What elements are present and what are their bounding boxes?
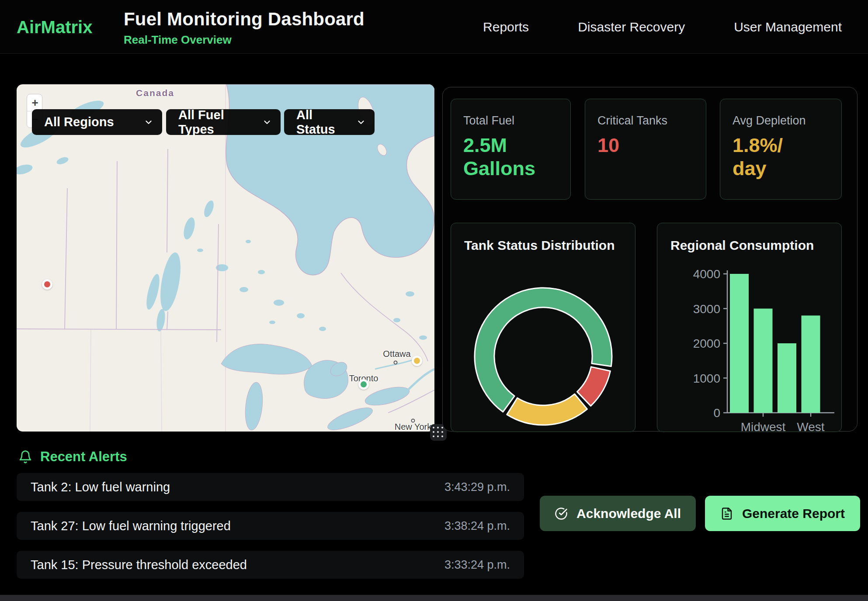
stat-card-avg-depletion: Avg Depletion 1.8%/ day [720, 99, 842, 200]
check-circle-icon [555, 507, 568, 520]
chart-title: Regional Consumption [670, 238, 814, 253]
page-title: Fuel Monitoring Dashboard [124, 9, 365, 30]
stat-label: Avg Depletion [733, 114, 829, 128]
alert-time: 3:38:24 p.m. [444, 519, 510, 533]
page-subtitle: Real-Time Overview [124, 33, 365, 47]
alert-time: 3:33:24 p.m. [444, 558, 510, 572]
acknowledge-all-button[interactable]: Acknowledge All [540, 496, 696, 531]
svg-text:1000: 1000 [693, 372, 720, 385]
map-marker-warning[interactable] [412, 356, 422, 366]
map-label-ottawa: Ottawa [383, 349, 410, 359]
svg-text:3000: 3000 [693, 302, 720, 316]
alert-row[interactable]: Tank 2: Low fuel warning 3:43:29 p.m. [17, 473, 524, 501]
generate-report-button[interactable]: Generate Report [705, 496, 860, 531]
regional-consumption-chart-card: 01000200030004000MidwestWest Regional Co… [657, 223, 842, 432]
map-label-canada: Canada [136, 88, 174, 98]
stat-value-0: 2.5M Gallons [463, 134, 558, 180]
filter-regions-select[interactable]: All Regions [32, 109, 162, 135]
chevron-down-icon [262, 117, 272, 127]
svg-text:Midwest: Midwest [741, 420, 786, 432]
stat-card-critical-tanks: Critical Tanks 10 [585, 99, 706, 200]
nav-disaster-recovery[interactable]: Disaster Recovery [578, 20, 685, 35]
chevron-down-icon [356, 117, 366, 127]
alerts-title: Recent Alerts [40, 449, 127, 465]
footer-strip [0, 595, 868, 601]
generate-report-label: Generate Report [742, 506, 845, 521]
stat-label: Total Fuel [463, 114, 558, 128]
alert-time: 3:43:29 p.m. [444, 480, 510, 494]
filter-fuel-types-select[interactable]: All Fuel Types [166, 109, 281, 135]
svg-text:0: 0 [713, 406, 720, 420]
alert-row[interactable]: Tank 27: Low fuel warning triggered 3:38… [17, 512, 524, 540]
dashboard: AirMatrix Fuel Monitoring Dashboard Real… [0, 0, 868, 601]
svg-text:West: West [797, 420, 824, 432]
svg-text:4000: 4000 [693, 267, 720, 281]
stat-card-total-fuel: Total Fuel 2.5M Gallons [451, 99, 571, 200]
regional-consumption-bar-chart: 01000200030004000MidwestWest [657, 223, 842, 432]
zoom-in-button[interactable]: + [27, 94, 42, 111]
map-marker-critical[interactable] [42, 279, 52, 290]
main-nav: Reports Disaster Recovery User Managemen… [483, 0, 842, 54]
map-marker-normal[interactable] [358, 379, 369, 390]
filter-status-value: All Status [296, 108, 348, 137]
stat-value-1: 10 [597, 134, 694, 157]
header: AirMatrix Fuel Monitoring Dashboard Real… [0, 0, 868, 54]
tank-status-donut-chart [451, 223, 636, 432]
title-block: Fuel Monitoring Dashboard Real-Time Over… [124, 9, 365, 47]
acknowledge-all-label: Acknowledge All [576, 506, 681, 521]
bell-icon [18, 450, 32, 464]
alert-text: Tank 2: Low fuel warning [31, 480, 170, 494]
stat-value-2: 1.8%/ day [733, 134, 829, 180]
stat-label: Critical Tanks [597, 114, 694, 128]
file-text-icon [720, 507, 733, 520]
overview-panel: Total Fuel 2.5M Gallons Critical Tanks 1… [442, 87, 858, 432]
filter-regions-value: All Regions [44, 115, 114, 129]
chart-title: Tank Status Distribution [464, 238, 615, 253]
filter-fuel-types-value: All Fuel Types [178, 108, 254, 137]
map-canvas[interactable]: Canada Ottawa Toronto New York + − All R… [17, 84, 434, 432]
alert-text: Tank 27: Low fuel warning triggered [31, 519, 231, 533]
alert-text: Tank 15: Pressure threshold exceeded [31, 558, 247, 572]
alerts-header: Recent Alerts [18, 449, 127, 465]
alert-row[interactable]: Tank 15: Pressure threshold exceeded 3:3… [17, 551, 524, 579]
ottawa-city-dot [394, 361, 398, 365]
brand-logo[interactable]: AirMatrix [17, 17, 92, 37]
filter-status-select[interactable]: All Status [284, 109, 375, 135]
tank-status-chart-card: Tank Status Distribution [451, 223, 635, 432]
nav-user-management[interactable]: User Management [734, 20, 842, 35]
nav-reports[interactable]: Reports [483, 20, 529, 35]
map-label-newyork: New York [395, 422, 432, 432]
chevron-down-icon [144, 117, 153, 127]
svg-text:2000: 2000 [693, 337, 720, 350]
